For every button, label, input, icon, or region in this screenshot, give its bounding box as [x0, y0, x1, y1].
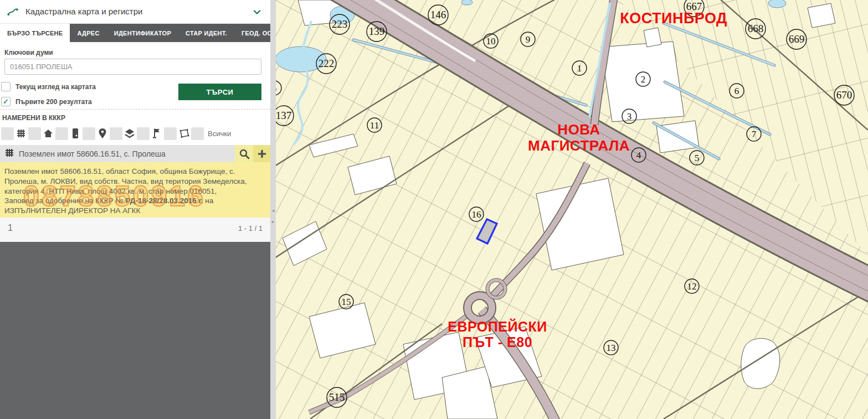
current-view-checkbox[interactable]	[1, 82, 11, 91]
keywords-input[interactable]	[4, 59, 261, 75]
svg-text:11: 11	[370, 120, 379, 131]
page-range: 1 - 1 / 1	[238, 224, 263, 232]
layer-dropdown[interactable]: Кадастрална карта и регистри	[0, 0, 270, 24]
search-button[interactable]: ТЪРСИ	[178, 84, 261, 100]
svg-text:7: 7	[752, 129, 757, 139]
svg-text:5: 5	[276, 83, 276, 94]
filter-checkbox-all[interactable]	[191, 127, 204, 140]
svg-text:1: 1	[577, 63, 582, 74]
pin-icon[interactable]	[97, 127, 108, 139]
svg-text:3: 3	[627, 111, 632, 122]
grid-icon	[4, 148, 14, 160]
result-details: Поземлен имот 58606.16.51, област София,…	[0, 162, 270, 224]
result-row[interactable]: Поземлен имот 58606.16.51, с. Пролеша	[0, 145, 270, 162]
filter-all-label[interactable]: Всички	[208, 130, 231, 138]
search-tabs: БЪРЗО ТЪРСЕНЕ АДРЕС ИДЕНТИФИКАТОР СТАР И…	[0, 24, 270, 42]
svg-text:139: 139	[369, 25, 385, 37]
tab-quick-search[interactable]: БЪРЗО ТЪРСЕНЕ	[0, 24, 70, 42]
tab-old-ident[interactable]: СТАР ИДЕНТ.	[178, 24, 234, 42]
filter-checkbox-block[interactable]	[55, 127, 68, 140]
magnifier-icon	[239, 148, 250, 159]
svg-text:16: 16	[472, 209, 481, 220]
app-window: Кадастрална карта и регистри БЪРЗО ТЪРСЕ…	[0, 0, 868, 419]
layers-icon[interactable]	[124, 127, 135, 139]
svg-text:669: 669	[789, 33, 805, 45]
svg-text:670: 670	[836, 89, 852, 101]
zoom-to-result-button[interactable]	[235, 145, 253, 162]
result-title: Поземлен имот 58606.16.51, с. Пролеша	[19, 149, 235, 158]
building-icon[interactable]	[70, 127, 81, 139]
result-actions	[235, 145, 270, 162]
result-type-filters: Всички	[1, 126, 231, 141]
panel-splitter[interactable]: ◄ ►	[270, 0, 276, 419]
first-200-label: Първите 200 резултата	[16, 98, 92, 106]
current-view-label: Текущ изглед на картата	[16, 83, 96, 91]
details-order-number: РД-18-28/28.03.2016 г.	[126, 196, 203, 205]
plus-icon	[257, 149, 267, 159]
polygon-icon[interactable]	[178, 127, 189, 139]
filter-checkbox-flag[interactable]	[137, 127, 150, 140]
map-viewport[interactable]: 1462231392226676686696701091236745137111…	[276, 0, 868, 419]
first-200-checkbox[interactable]: ✓	[1, 97, 11, 106]
svg-text:5: 5	[695, 153, 700, 163]
flag-icon[interactable]	[151, 127, 162, 139]
filter-checkbox-layers[interactable]	[110, 127, 122, 140]
svg-text:515: 515	[329, 391, 345, 403]
tab-address[interactable]: АДРЕС	[70, 24, 106, 42]
house-icon[interactable]	[43, 127, 54, 139]
layer-dropdown-label: Кадастрална карта и регистри	[25, 7, 142, 16]
search-panel: Кадастрална карта и регистри БЪРЗО ТЪРСЕ…	[0, 0, 270, 242]
app-icon	[7, 6, 19, 18]
keywords-label: Ключови думи	[4, 49, 53, 56]
cadastral-map[interactable]: 1462231392226676686696701091236745137111…	[276, 0, 868, 419]
svg-text:6: 6	[735, 86, 739, 96]
chevron-down-icon[interactable]	[253, 8, 261, 17]
add-result-button[interactable]	[253, 145, 270, 162]
svg-text:146: 146	[430, 9, 446, 20]
svg-text:137: 137	[276, 110, 291, 121]
svg-text:10: 10	[486, 36, 496, 46]
svg-text:2: 2	[641, 74, 646, 85]
collapse-left-icon[interactable]: ◄	[270, 208, 276, 214]
svg-text:9: 9	[526, 34, 531, 45]
results-section-title: НАМЕРЕНИ В КККР	[2, 114, 65, 122]
svg-text:КОСТИНБРОД: КОСТИНБРОД	[620, 10, 727, 27]
svg-text:13: 13	[607, 343, 616, 353]
svg-text:4: 4	[636, 150, 641, 161]
svg-text:15: 15	[342, 297, 351, 307]
sidebar: Кадастрална карта и регистри БЪРЗО ТЪРСЕ…	[0, 0, 270, 419]
svg-text:ЕВРОПЕЙСКИПЪТ - Е80: ЕВРОПЕЙСКИПЪТ - Е80	[448, 318, 547, 350]
filter-checkbox-point[interactable]	[83, 127, 95, 140]
tab-identifier[interactable]: ИДЕНТИФИКАТОР	[107, 24, 178, 42]
grid-icon[interactable]	[16, 127, 27, 139]
svg-text:223: 223	[332, 18, 348, 30]
expand-right-icon[interactable]: ►	[270, 219, 276, 225]
filter-checkbox-polygon[interactable]	[164, 127, 177, 140]
svg-text:222: 222	[319, 58, 335, 69]
svg-text:668: 668	[748, 23, 764, 34]
page-number[interactable]: 1	[8, 223, 13, 233]
filter-checkbox-building[interactable]	[28, 127, 41, 140]
svg-text:12: 12	[687, 281, 697, 292]
divider-dashed	[0, 109, 270, 110]
pagination: 1 1 - 1 / 1	[0, 218, 270, 242]
filter-checkbox-parcel[interactable]	[1, 127, 14, 140]
